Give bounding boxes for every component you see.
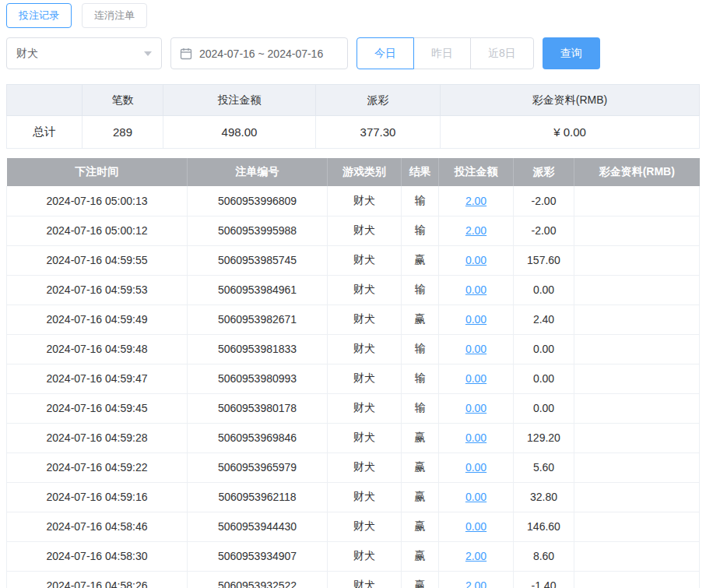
summary-header-empty bbox=[7, 85, 83, 116]
bonus-cell bbox=[574, 245, 700, 275]
bonus-cell bbox=[574, 393, 700, 423]
order-id-cell: 5060953996809 bbox=[188, 186, 328, 216]
table-row: 2024-07-16 05:00:13 5060953996809 财犬 输 2… bbox=[7, 186, 700, 216]
game-type-cell: 财犬 bbox=[328, 334, 402, 364]
game-type-cell: 财犬 bbox=[328, 423, 402, 452]
query-button[interactable]: 查询 bbox=[543, 37, 600, 69]
bet-amount-link[interactable]: 0.00 bbox=[465, 254, 486, 266]
summary-header-row: 笔数 投注金额 派彩 彩金资料(RMB) bbox=[7, 85, 700, 116]
table-row: 2024-07-16 04:59:45 5060953980178 财犬 输 0… bbox=[7, 393, 700, 423]
bet-amount-link[interactable]: 0.00 bbox=[465, 461, 486, 474]
tab-canceled-orders[interactable]: 连消注单 bbox=[82, 3, 147, 28]
game-type-cell: 财犬 bbox=[328, 482, 402, 512]
payout-cell: 32.80 bbox=[514, 482, 574, 512]
bet-time-cell: 2024-07-16 04:59:22 bbox=[7, 452, 188, 482]
game-type-cell: 财犬 bbox=[328, 186, 402, 216]
today-button[interactable]: 今日 bbox=[357, 37, 414, 69]
result-cell: 输 bbox=[402, 186, 439, 216]
summary-total-label: 总计 bbox=[7, 116, 83, 149]
bonus-cell bbox=[574, 305, 700, 334]
result-cell: 输 bbox=[402, 364, 439, 393]
bet-amount-link[interactable]: 2.00 bbox=[465, 550, 486, 562]
result-cell: 赢 bbox=[402, 245, 439, 275]
bet-time-cell: 2024-07-16 05:00:12 bbox=[7, 216, 188, 245]
bonus-cell bbox=[574, 334, 700, 364]
bet-amount-link[interactable]: 0.00 bbox=[465, 313, 486, 326]
bonus-cell bbox=[574, 423, 700, 452]
payout-cell: -2.00 bbox=[514, 186, 574, 216]
payout-cell: 157.60 bbox=[514, 245, 574, 275]
bet-amount-cell: 0.00 bbox=[439, 452, 514, 482]
bet-amount-link[interactable]: 0.00 bbox=[465, 372, 486, 385]
table-row: 2024-07-16 04:59:49 5060953982671 财犬 赢 0… bbox=[7, 305, 700, 334]
bet-amount-cell: 2.00 bbox=[439, 186, 514, 216]
game-type-cell: 财犬 bbox=[328, 216, 402, 245]
yesterday-button[interactable]: 昨日 bbox=[413, 37, 471, 69]
bet-amount-link[interactable]: 0.00 bbox=[465, 431, 486, 444]
order-id-cell: 5060953965979 bbox=[188, 452, 328, 482]
bet-amount-link[interactable]: 0.00 bbox=[465, 283, 486, 296]
bet-amount-link[interactable]: 0.00 bbox=[465, 343, 486, 355]
summary-header-payout: 派彩 bbox=[316, 85, 441, 116]
bonus-cell bbox=[574, 452, 700, 482]
payout-cell: -1.40 bbox=[514, 571, 574, 588]
summary-total-bonus: ¥ 0.00 bbox=[441, 116, 700, 149]
bonus-cell bbox=[574, 216, 700, 245]
bet-amount-link[interactable]: 0.00 bbox=[465, 520, 486, 533]
last-8-days-button[interactable]: 近8日 bbox=[470, 37, 534, 69]
order-id-cell: 5060953980993 bbox=[188, 364, 328, 393]
order-id-cell: 5060953995988 bbox=[188, 216, 328, 245]
result-cell: 赢 bbox=[402, 305, 439, 334]
bet-amount-cell: 2.00 bbox=[439, 541, 514, 571]
result-cell: 赢 bbox=[402, 423, 439, 452]
table-row: 2024-07-16 04:59:55 5060953985745 财犬 赢 0… bbox=[7, 245, 700, 275]
payout-cell: 0.00 bbox=[514, 393, 574, 423]
bet-time-cell: 2024-07-16 04:59:48 bbox=[7, 334, 188, 364]
bonus-cell bbox=[574, 571, 700, 588]
bet-time-cell: 2024-07-16 05:00:13 bbox=[7, 186, 188, 216]
header-order-id: 注单编号 bbox=[188, 158, 328, 186]
bonus-cell bbox=[574, 512, 700, 541]
date-range-input[interactable]: 2024-07-16 ~ 2024-07-16 bbox=[170, 37, 348, 69]
result-cell: 输 bbox=[402, 393, 439, 423]
quick-date-button-group: 今日 昨日 近8日 bbox=[357, 37, 534, 69]
order-id-cell: 5060953962118 bbox=[188, 482, 328, 512]
summary-header-bonus: 彩金资料(RMB) bbox=[441, 85, 700, 116]
payout-cell: 0.00 bbox=[514, 334, 574, 364]
header-result: 结果 bbox=[402, 158, 439, 186]
bet-amount-cell: 2.00 bbox=[439, 216, 514, 245]
bet-amount-cell: 0.00 bbox=[439, 512, 514, 541]
table-row: 2024-07-16 04:59:16 5060953962118 财犬 赢 0… bbox=[7, 482, 700, 512]
bet-time-cell: 2024-07-16 04:58:26 bbox=[7, 571, 188, 588]
bonus-cell bbox=[574, 275, 700, 305]
bet-amount-link[interactable]: 0.00 bbox=[465, 402, 486, 414]
bet-amount-link[interactable]: 2.00 bbox=[465, 579, 486, 588]
payout-cell: -2.00 bbox=[514, 216, 574, 245]
table-row: 2024-07-16 04:59:48 5060953981833 财犬 输 0… bbox=[7, 334, 700, 364]
bet-amount-link[interactable]: 2.00 bbox=[465, 195, 486, 207]
game-type-cell: 财犬 bbox=[328, 541, 402, 571]
summary-header-bet-amount: 投注金额 bbox=[163, 85, 316, 116]
bet-time-cell: 2024-07-16 04:59:47 bbox=[7, 364, 188, 393]
bonus-cell bbox=[574, 482, 700, 512]
order-id-cell: 5060953985745 bbox=[188, 245, 328, 275]
bet-amount-link[interactable]: 2.00 bbox=[465, 224, 486, 237]
payout-cell: 0.00 bbox=[514, 364, 574, 393]
result-cell: 输 bbox=[402, 275, 439, 305]
order-id-cell: 5060953984961 bbox=[188, 275, 328, 305]
bet-amount-link[interactable]: 0.00 bbox=[465, 491, 486, 503]
order-id-cell: 5060953932522 bbox=[188, 571, 328, 588]
summary-header-count: 笔数 bbox=[83, 85, 163, 116]
game-type-cell: 财犬 bbox=[328, 364, 402, 393]
bonus-cell bbox=[574, 364, 700, 393]
game-type-cell: 财犬 bbox=[328, 245, 402, 275]
payout-cell: 8.60 bbox=[514, 541, 574, 571]
game-select-value: 财犬 bbox=[16, 47, 38, 61]
result-cell: 赢 bbox=[402, 452, 439, 482]
game-select[interactable]: 财犬 bbox=[6, 37, 162, 69]
bet-amount-cell: 0.00 bbox=[439, 245, 514, 275]
table-row: 2024-07-16 04:58:26 5060953932522 财犬 赢 2… bbox=[7, 571, 700, 588]
bet-time-cell: 2024-07-16 04:59:49 bbox=[7, 305, 188, 334]
tab-betting-records[interactable]: 投注记录 bbox=[6, 3, 72, 28]
bonus-cell bbox=[574, 541, 700, 571]
